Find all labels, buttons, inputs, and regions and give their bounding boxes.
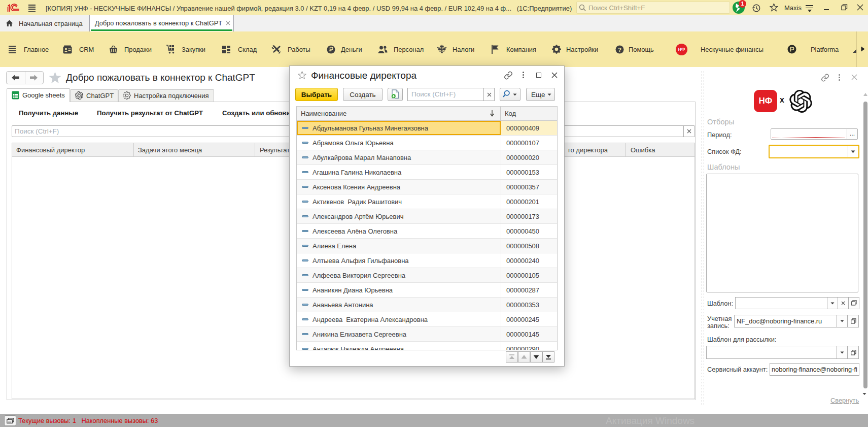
svg-text:?: ? [618,47,621,53]
